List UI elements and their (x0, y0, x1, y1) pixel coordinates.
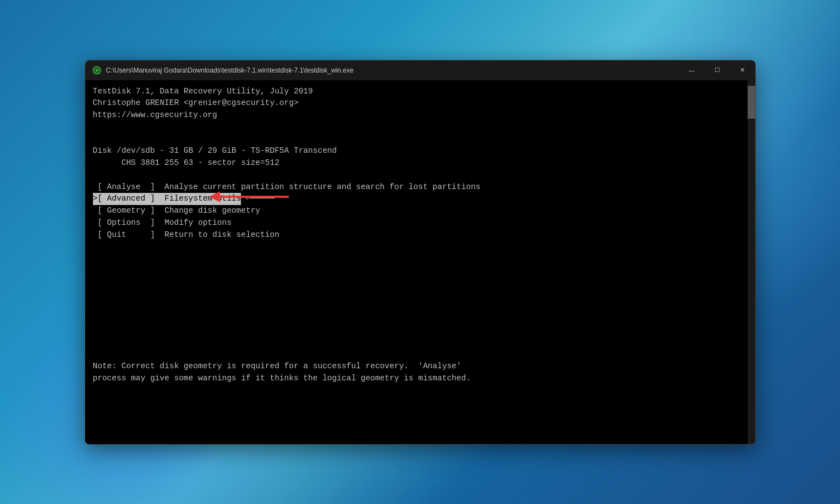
blank-13 (93, 348, 740, 361)
blank-10 (93, 313, 740, 325)
minimize-button[interactable]: — (679, 60, 705, 80)
menu-analyse[interactable]: [ Analyse ] Analyse current partition st… (93, 181, 740, 193)
menu-options[interactable]: [ Options ] Modify options (93, 217, 740, 229)
blank-5 (93, 253, 740, 265)
terminal-body: TestDisk 7.1, Data Recovery Utility, Jul… (85, 80, 755, 444)
blank-12 (93, 336, 740, 348)
maximize-button[interactable]: ☐ (705, 60, 730, 80)
terminal-window: C:\Users\Manuviraj Godara\Downloads\test… (85, 60, 756, 445)
terminal-content: TestDisk 7.1, Data Recovery Utility, Jul… (93, 86, 748, 385)
header-line-2: Christophe GRENIER <grenier@cgsecurity.o… (93, 97, 740, 109)
header-line-1: TestDisk 7.1, Data Recovery Utility, Jul… (93, 86, 740, 98)
menu-geometry[interactable]: [ Geometry ] Change disk geometry (93, 205, 740, 217)
blank-11 (93, 325, 740, 337)
disk-line-1: Disk /dev/sdb - 31 GB / 29 GiB - TS-RDF5… (93, 145, 740, 157)
blank-line-2 (93, 134, 740, 146)
title-bar-text: C:\Users\Manuviraj Godara\Downloads\test… (106, 67, 679, 74)
scrollbar-thumb[interactable] (748, 86, 755, 119)
svg-point-2 (96, 69, 98, 71)
title-bar-controls: — ☐ ✕ (679, 60, 755, 80)
note-line-2: process may give some warnings if it thi… (93, 373, 740, 385)
scrollbar[interactable] (748, 80, 755, 444)
blank-8 (93, 289, 740, 301)
disk-line-2: CHS 3881 255 63 - sector size=512 (93, 157, 740, 169)
menu-quit[interactable]: [ Quit ] Return to disk selection (93, 229, 740, 241)
title-bar: C:\Users\Manuviraj Godara\Downloads\test… (85, 60, 755, 80)
red-arrow-annotation (204, 189, 292, 204)
blank-4 (93, 241, 740, 253)
app-icon (92, 65, 102, 75)
blank-line-3 (93, 169, 740, 181)
blank-6 (93, 265, 740, 277)
blank-line-1 (93, 121, 740, 134)
blank-7 (93, 277, 740, 289)
header-line-3: https://www.cgsecurity.org (93, 109, 740, 121)
svg-marker-4 (209, 191, 220, 202)
menu-advanced[interactable]: >[ Advanced ] Filesystem Utils ←───── (93, 193, 740, 205)
close-button[interactable]: ✕ (730, 60, 755, 80)
note-line-1: Note: Correct disk geometry is required … (93, 361, 740, 373)
blank-9 (93, 301, 740, 313)
